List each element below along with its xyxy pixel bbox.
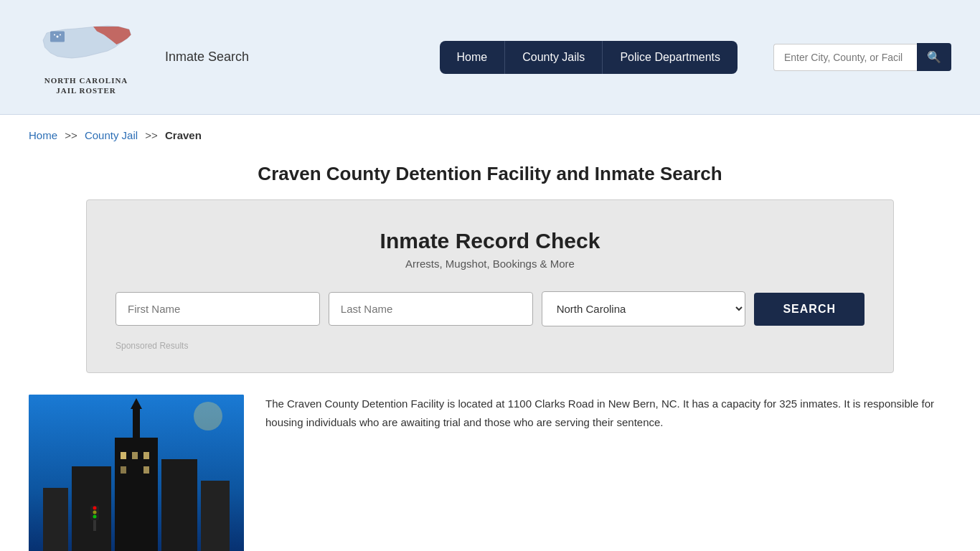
svg-rect-15 bbox=[132, 452, 138, 459]
header-search-area: 🔍 bbox=[773, 43, 951, 71]
nav-area: Home County Jails Police Departments bbox=[440, 41, 738, 74]
svg-point-23 bbox=[93, 515, 97, 519]
breadcrumb-county-jail-link[interactable]: County Jail bbox=[85, 129, 138, 141]
inmate-search-form: AlabamaAlaskaArizonaArkansasCaliforniaCo… bbox=[116, 291, 864, 326]
svg-point-22 bbox=[93, 511, 97, 514]
logo-area: NORTH CAROLINA JAIL ROSTER bbox=[29, 19, 143, 96]
svg-rect-13 bbox=[201, 481, 230, 551]
svg-point-3 bbox=[60, 34, 61, 35]
svg-rect-18 bbox=[143, 466, 149, 474]
facility-description: The Craven County Detention Facility is … bbox=[265, 395, 951, 551]
inmate-search-button[interactable]: SEARCH bbox=[754, 293, 864, 326]
svg-rect-14 bbox=[121, 452, 126, 459]
svg-point-4 bbox=[54, 34, 55, 35]
svg-rect-11 bbox=[161, 459, 197, 551]
sponsored-label: Sponsored Results bbox=[116, 341, 864, 351]
nc-map-icon bbox=[39, 19, 133, 72]
state-select[interactable]: AlabamaAlaskaArizonaArkansasCaliforniaCo… bbox=[542, 291, 746, 326]
svg-rect-16 bbox=[143, 452, 149, 459]
breadcrumb-current: Craven bbox=[165, 129, 202, 141]
svg-point-2 bbox=[57, 35, 59, 37]
svg-point-6 bbox=[194, 402, 222, 430]
page-title: Craven County Detention Facility and Inm… bbox=[29, 163, 951, 185]
nav-county-jails-button[interactable]: County Jails bbox=[504, 41, 603, 74]
breadcrumb-sep1: >> bbox=[65, 129, 77, 141]
breadcrumb-home-link[interactable]: Home bbox=[29, 129, 57, 141]
inmate-search-label: Inmate Search bbox=[165, 50, 249, 65]
facility-image bbox=[29, 395, 244, 551]
header-search-input[interactable] bbox=[773, 44, 917, 71]
svg-rect-17 bbox=[121, 466, 126, 474]
svg-point-21 bbox=[93, 507, 97, 510]
svg-rect-8 bbox=[133, 409, 140, 441]
nav-police-departments-button[interactable]: Police Departments bbox=[603, 41, 738, 74]
nav-home-button[interactable]: Home bbox=[440, 41, 505, 74]
record-check-subtitle: Arrests, Mugshot, Bookings & More bbox=[116, 258, 864, 270]
header-search-button[interactable]: 🔍 bbox=[917, 43, 951, 71]
logo-text: NORTH CAROLINA JAIL ROSTER bbox=[44, 75, 128, 96]
first-name-input[interactable] bbox=[116, 292, 320, 326]
breadcrumb-sep2: >> bbox=[145, 129, 158, 141]
header: NORTH CAROLINA JAIL ROSTER Inmate Search… bbox=[0, 0, 980, 115]
last-name-input[interactable] bbox=[329, 292, 533, 326]
svg-rect-12 bbox=[43, 488, 68, 551]
breadcrumb: Home >> County Jail >> Craven bbox=[0, 115, 980, 156]
record-check-title: Inmate Record Check bbox=[116, 229, 864, 253]
record-check-box: Inmate Record Check Arrests, Mugshot, Bo… bbox=[86, 199, 894, 373]
content-section: The Craven County Detention Facility is … bbox=[29, 395, 951, 551]
